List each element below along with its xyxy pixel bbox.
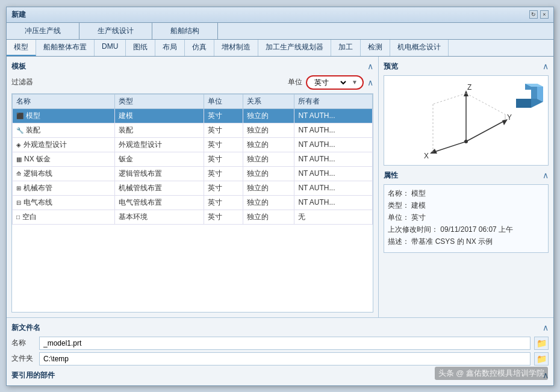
name-folder-button[interactable]: 📁 bbox=[534, 337, 549, 350]
name-input[interactable] bbox=[39, 337, 530, 350]
subtab-dmu[interactable]: DMU bbox=[95, 40, 126, 56]
cell-type: 机械管线布置 bbox=[114, 181, 204, 195]
cell-unit: 英寸 bbox=[204, 137, 243, 152]
unit-label: 单位 bbox=[288, 77, 302, 87]
panels-row: 模板 ∧ 过滤器 单位 英寸 毫米 ▼ bbox=[7, 57, 553, 317]
filter-right: 单位 英寸 毫米 ▼ ∧ bbox=[288, 75, 373, 90]
cell-type: 装配 bbox=[114, 123, 204, 137]
name-label: 名称 bbox=[11, 338, 36, 348]
cell-owner: 无 bbox=[294, 210, 373, 224]
templates-section-header: 模板 ∧ bbox=[11, 61, 373, 72]
table-row[interactable]: ⊟电气布线 电气管线布置 英寸 独立的 NT AUTH... bbox=[13, 195, 373, 210]
subtab-ship-layout[interactable]: 船舶整体布置 bbox=[36, 40, 95, 56]
subtab-machining[interactable]: 加工 bbox=[331, 40, 361, 56]
subtab-mechatronics[interactable]: 机电概念设计 bbox=[390, 40, 449, 56]
table-row[interactable]: ▦NX 钣金 钣金 英寸 独立的 NT AUTH... bbox=[13, 152, 373, 166]
name-input-row: 名称 📁 bbox=[11, 337, 549, 350]
table-row[interactable]: ⊞机械布管 机械管线布置 英寸 独立的 NT AUTH... bbox=[13, 181, 373, 195]
required-parts-collapse[interactable]: ∧ bbox=[543, 370, 549, 380]
filter-expand-arrow[interactable]: ∧ bbox=[367, 78, 373, 87]
cell-relation: 独立的 bbox=[243, 181, 294, 195]
dialog-title: 新建 bbox=[11, 10, 26, 20]
subtab-sim[interactable]: 仿真 bbox=[185, 40, 214, 56]
preview-collapse[interactable]: ∧ bbox=[543, 61, 549, 71]
folder-browse-button[interactable]: 📁 bbox=[534, 352, 549, 366]
subtab-additive[interactable]: 增材制造 bbox=[214, 40, 258, 56]
cell-name: ⬛模型 bbox=[13, 108, 115, 123]
cell-relation: 独立的 bbox=[243, 123, 294, 137]
cell-type: 电气管线布置 bbox=[114, 195, 204, 210]
bottom-section: 新文件名 ∧ 名称 📁 文件夹 📁 要引用的部件 ∧ bbox=[7, 317, 553, 385]
table-row[interactable]: 🔧装配 装配 英寸 独立的 NT AUTH... bbox=[13, 123, 373, 137]
svg-line-14 bbox=[466, 93, 505, 114]
col-name: 名称 bbox=[13, 94, 115, 108]
svg-text:X: X bbox=[424, 152, 429, 160]
cell-owner: NT AUTH... bbox=[294, 152, 373, 166]
close-button[interactable]: × bbox=[540, 10, 549, 19]
svg-line-16 bbox=[433, 93, 466, 104]
required-parts-row: 要引用的部件 ∧ bbox=[11, 370, 549, 381]
new-file-header: 新文件名 ∧ bbox=[11, 323, 549, 333]
subtab-machining-planner[interactable]: 加工生产线规划器 bbox=[258, 40, 331, 56]
cell-name: ▦NX 钣金 bbox=[13, 152, 115, 166]
new-file-title: 新文件名 bbox=[11, 323, 40, 333]
cell-relation: 独立的 bbox=[243, 210, 294, 224]
col-owner: 所有者 bbox=[294, 94, 373, 108]
prop-unit: 单位： 英寸 bbox=[388, 213, 544, 223]
subtab-drawing[interactable]: 图纸 bbox=[126, 40, 155, 56]
unit-select[interactable]: 英寸 毫米 bbox=[312, 78, 348, 87]
cell-name: ⊟电气布线 bbox=[13, 195, 115, 210]
table-row[interactable]: □空白 基本环境 英寸 独立的 无 bbox=[13, 210, 373, 224]
cell-unit: 英寸 bbox=[204, 166, 243, 181]
required-parts-title: 要引用的部件 bbox=[11, 370, 55, 381]
cell-type: 逻辑管线布置 bbox=[114, 166, 204, 181]
sub-tabs: 模型 船舶整体布置 DMU 图纸 布局 仿真 增材制造 加工生产线规划器 加工 … bbox=[7, 40, 553, 57]
cell-name: ⟰逻辑布线 bbox=[13, 166, 115, 181]
subtab-layout[interactable]: 布局 bbox=[155, 40, 185, 56]
prop-type: 类型： 建模 bbox=[388, 201, 544, 211]
cell-owner: NT AUTH... bbox=[294, 166, 373, 181]
cell-type: 钣金 bbox=[114, 152, 204, 166]
cell-owner: NT AUTH... bbox=[294, 195, 373, 210]
table-row[interactable]: ⬛模型 建模 英寸 独立的 NT AUTH... bbox=[13, 108, 373, 123]
templates-list: 名称 类型 单位 关系 所有者 ⬛模型 建模 英寸 独立的 NT AUTH... bbox=[12, 94, 373, 225]
table-row[interactable]: ◈外观造型设计 外观造型设计 英寸 独立的 NT AUTH... bbox=[13, 137, 373, 152]
right-panel: 预览 ∧ bbox=[379, 57, 553, 317]
refresh-button[interactable]: ↻ bbox=[529, 10, 538, 19]
cell-relation: 独立的 bbox=[243, 195, 294, 210]
cell-owner: NT AUTH... bbox=[294, 137, 373, 152]
coord-axes-svg: Z Y X bbox=[418, 81, 514, 160]
cell-relation: 独立的 bbox=[243, 108, 294, 123]
preview-box: Z Y X bbox=[384, 75, 549, 166]
svg-point-19 bbox=[464, 140, 468, 143]
table-row[interactable]: ⟰逻辑布线 逻辑管线布置 英寸 独立的 NT AUTH... bbox=[13, 166, 373, 181]
cell-owner: NT AUTH... bbox=[294, 123, 373, 137]
cell-name: ◈外观造型设计 bbox=[13, 137, 115, 152]
col-unit: 单位 bbox=[204, 94, 243, 108]
subtab-inspection[interactable]: 检测 bbox=[361, 40, 390, 56]
svg-line-8 bbox=[466, 120, 505, 142]
subtab-model[interactable]: 模型 bbox=[7, 40, 36, 56]
folder-label: 文件夹 bbox=[11, 353, 36, 364]
left-panel: 模板 ∧ 过滤器 单位 英寸 毫米 ▼ bbox=[7, 57, 379, 317]
new-file-collapse[interactable]: ∧ bbox=[543, 323, 549, 332]
cell-unit: 英寸 bbox=[204, 123, 243, 137]
svg-text:Y: Y bbox=[507, 113, 512, 122]
prop-desc: 描述： 带基准 CSYS 的 NX 示例 bbox=[388, 237, 544, 247]
cell-relation: 独立的 bbox=[243, 166, 294, 181]
folder-input-row: 文件夹 📁 bbox=[11, 352, 549, 366]
cell-unit: 英寸 bbox=[204, 195, 243, 210]
templates-collapse[interactable]: ∧ bbox=[367, 61, 373, 71]
folder-input[interactable] bbox=[39, 352, 530, 366]
title-bar: 新建 ↻ × bbox=[7, 7, 553, 23]
tab-stamping[interactable]: 冲压生产线 bbox=[7, 23, 79, 39]
properties-collapse[interactable]: ∧ bbox=[543, 170, 549, 180]
svg-text:Z: Z bbox=[467, 83, 471, 92]
preview-section-header: 预览 ∧ bbox=[384, 61, 549, 72]
col-type: 类型 bbox=[114, 94, 204, 108]
tab-production[interactable]: 生产线设计 bbox=[79, 23, 152, 39]
tab-ship[interactable]: 船舶结构 bbox=[152, 23, 218, 39]
cell-owner: NT AUTH... bbox=[294, 181, 373, 195]
new-file-subsection: 新文件名 ∧ 名称 📁 文件夹 📁 bbox=[11, 323, 549, 366]
prop-name: 名称： 模型 bbox=[388, 188, 544, 199]
